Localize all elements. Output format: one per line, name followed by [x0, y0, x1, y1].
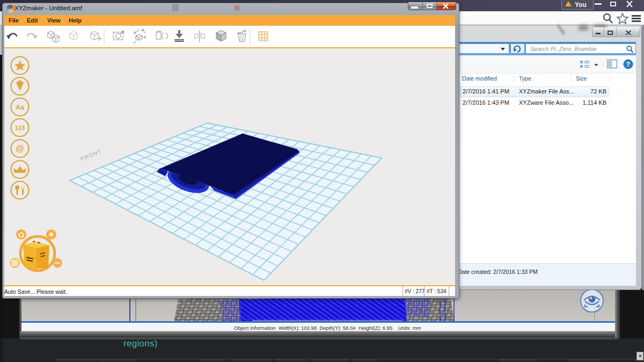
- svg-text:@: @: [16, 144, 24, 153]
- svg-text:?: ?: [626, 61, 630, 68]
- svg-text:123: 123: [15, 125, 25, 131]
- svg-text:FRONT: FRONT: [79, 148, 103, 162]
- svg-text:Aa: Aa: [16, 103, 25, 111]
